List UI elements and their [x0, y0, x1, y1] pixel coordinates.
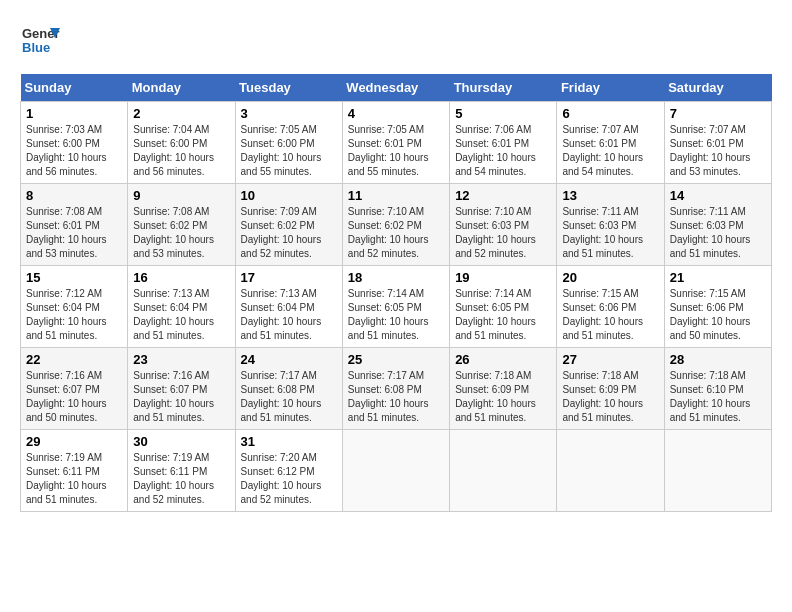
day-number: 1: [26, 106, 122, 121]
day-info: Sunrise: 7:20 AMSunset: 6:12 PMDaylight:…: [241, 452, 322, 505]
day-number: 30: [133, 434, 229, 449]
calendar-cell: 30 Sunrise: 7:19 AMSunset: 6:11 PMDaylig…: [128, 430, 235, 512]
calendar-cell: 26 Sunrise: 7:18 AMSunset: 6:09 PMDaylig…: [450, 348, 557, 430]
day-number: 3: [241, 106, 337, 121]
day-info: Sunrise: 7:03 AMSunset: 6:00 PMDaylight:…: [26, 124, 107, 177]
day-info: Sunrise: 7:04 AMSunset: 6:00 PMDaylight:…: [133, 124, 214, 177]
day-info: Sunrise: 7:11 AMSunset: 6:03 PMDaylight:…: [670, 206, 751, 259]
calendar-cell: 14 Sunrise: 7:11 AMSunset: 6:03 PMDaylig…: [664, 184, 771, 266]
calendar-cell: [342, 430, 449, 512]
day-info: Sunrise: 7:05 AMSunset: 6:00 PMDaylight:…: [241, 124, 322, 177]
calendar-cell: 19 Sunrise: 7:14 AMSunset: 6:05 PMDaylig…: [450, 266, 557, 348]
header: General Blue: [20, 20, 772, 64]
calendar-cell: 18 Sunrise: 7:14 AMSunset: 6:05 PMDaylig…: [342, 266, 449, 348]
day-number: 19: [455, 270, 551, 285]
calendar-cell: 21 Sunrise: 7:15 AMSunset: 6:06 PMDaylig…: [664, 266, 771, 348]
day-info: Sunrise: 7:07 AMSunset: 6:01 PMDaylight:…: [562, 124, 643, 177]
day-info: Sunrise: 7:14 AMSunset: 6:05 PMDaylight:…: [455, 288, 536, 341]
calendar-header-thursday: Thursday: [450, 74, 557, 102]
calendar-cell: [557, 430, 664, 512]
day-info: Sunrise: 7:07 AMSunset: 6:01 PMDaylight:…: [670, 124, 751, 177]
calendar-header-monday: Monday: [128, 74, 235, 102]
calendar-week-row: 1 Sunrise: 7:03 AMSunset: 6:00 PMDayligh…: [21, 102, 772, 184]
calendar-cell: 25 Sunrise: 7:17 AMSunset: 6:08 PMDaylig…: [342, 348, 449, 430]
day-info: Sunrise: 7:19 AMSunset: 6:11 PMDaylight:…: [26, 452, 107, 505]
calendar-cell: 2 Sunrise: 7:04 AMSunset: 6:00 PMDayligh…: [128, 102, 235, 184]
day-number: 4: [348, 106, 444, 121]
day-info: Sunrise: 7:13 AMSunset: 6:04 PMDaylight:…: [241, 288, 322, 341]
day-number: 22: [26, 352, 122, 367]
calendar-table: SundayMondayTuesdayWednesdayThursdayFrid…: [20, 74, 772, 512]
calendar-header-sunday: Sunday: [21, 74, 128, 102]
calendar-week-row: 29 Sunrise: 7:19 AMSunset: 6:11 PMDaylig…: [21, 430, 772, 512]
day-info: Sunrise: 7:18 AMSunset: 6:10 PMDaylight:…: [670, 370, 751, 423]
day-info: Sunrise: 7:15 AMSunset: 6:06 PMDaylight:…: [562, 288, 643, 341]
day-number: 26: [455, 352, 551, 367]
day-number: 10: [241, 188, 337, 203]
day-number: 31: [241, 434, 337, 449]
calendar-cell: 13 Sunrise: 7:11 AMSunset: 6:03 PMDaylig…: [557, 184, 664, 266]
day-number: 14: [670, 188, 766, 203]
calendar-cell: 3 Sunrise: 7:05 AMSunset: 6:00 PMDayligh…: [235, 102, 342, 184]
day-number: 24: [241, 352, 337, 367]
calendar-cell: 5 Sunrise: 7:06 AMSunset: 6:01 PMDayligh…: [450, 102, 557, 184]
day-number: 25: [348, 352, 444, 367]
calendar-header-wednesday: Wednesday: [342, 74, 449, 102]
day-number: 7: [670, 106, 766, 121]
day-info: Sunrise: 7:16 AMSunset: 6:07 PMDaylight:…: [26, 370, 107, 423]
svg-text:Blue: Blue: [22, 40, 50, 55]
calendar-week-row: 22 Sunrise: 7:16 AMSunset: 6:07 PMDaylig…: [21, 348, 772, 430]
day-number: 16: [133, 270, 229, 285]
calendar-header-saturday: Saturday: [664, 74, 771, 102]
day-info: Sunrise: 7:09 AMSunset: 6:02 PMDaylight:…: [241, 206, 322, 259]
calendar-header-friday: Friday: [557, 74, 664, 102]
day-info: Sunrise: 7:16 AMSunset: 6:07 PMDaylight:…: [133, 370, 214, 423]
calendar-week-row: 8 Sunrise: 7:08 AMSunset: 6:01 PMDayligh…: [21, 184, 772, 266]
day-info: Sunrise: 7:14 AMSunset: 6:05 PMDaylight:…: [348, 288, 429, 341]
day-info: Sunrise: 7:18 AMSunset: 6:09 PMDaylight:…: [562, 370, 643, 423]
calendar-cell: 7 Sunrise: 7:07 AMSunset: 6:01 PMDayligh…: [664, 102, 771, 184]
calendar-cell: 10 Sunrise: 7:09 AMSunset: 6:02 PMDaylig…: [235, 184, 342, 266]
day-info: Sunrise: 7:18 AMSunset: 6:09 PMDaylight:…: [455, 370, 536, 423]
day-number: 2: [133, 106, 229, 121]
calendar-cell: 24 Sunrise: 7:17 AMSunset: 6:08 PMDaylig…: [235, 348, 342, 430]
calendar-week-row: 15 Sunrise: 7:12 AMSunset: 6:04 PMDaylig…: [21, 266, 772, 348]
calendar-cell: [450, 430, 557, 512]
calendar-body: 1 Sunrise: 7:03 AMSunset: 6:00 PMDayligh…: [21, 102, 772, 512]
day-number: 29: [26, 434, 122, 449]
day-info: Sunrise: 7:12 AMSunset: 6:04 PMDaylight:…: [26, 288, 107, 341]
calendar-cell: 29 Sunrise: 7:19 AMSunset: 6:11 PMDaylig…: [21, 430, 128, 512]
calendar-cell: 20 Sunrise: 7:15 AMSunset: 6:06 PMDaylig…: [557, 266, 664, 348]
day-number: 23: [133, 352, 229, 367]
calendar-cell: 12 Sunrise: 7:10 AMSunset: 6:03 PMDaylig…: [450, 184, 557, 266]
calendar-cell: 17 Sunrise: 7:13 AMSunset: 6:04 PMDaylig…: [235, 266, 342, 348]
calendar-cell: 4 Sunrise: 7:05 AMSunset: 6:01 PMDayligh…: [342, 102, 449, 184]
day-info: Sunrise: 7:17 AMSunset: 6:08 PMDaylight:…: [348, 370, 429, 423]
logo-icon: General Blue: [20, 20, 60, 64]
day-number: 8: [26, 188, 122, 203]
day-info: Sunrise: 7:19 AMSunset: 6:11 PMDaylight:…: [133, 452, 214, 505]
logo: General Blue: [20, 20, 60, 64]
day-info: Sunrise: 7:17 AMSunset: 6:08 PMDaylight:…: [241, 370, 322, 423]
calendar-cell: 1 Sunrise: 7:03 AMSunset: 6:00 PMDayligh…: [21, 102, 128, 184]
day-info: Sunrise: 7:13 AMSunset: 6:04 PMDaylight:…: [133, 288, 214, 341]
day-info: Sunrise: 7:10 AMSunset: 6:02 PMDaylight:…: [348, 206, 429, 259]
day-number: 17: [241, 270, 337, 285]
day-number: 27: [562, 352, 658, 367]
calendar-cell: 31 Sunrise: 7:20 AMSunset: 6:12 PMDaylig…: [235, 430, 342, 512]
calendar-header-row: SundayMondayTuesdayWednesdayThursdayFrid…: [21, 74, 772, 102]
calendar-cell: 9 Sunrise: 7:08 AMSunset: 6:02 PMDayligh…: [128, 184, 235, 266]
day-number: 13: [562, 188, 658, 203]
calendar-cell: 22 Sunrise: 7:16 AMSunset: 6:07 PMDaylig…: [21, 348, 128, 430]
day-number: 5: [455, 106, 551, 121]
day-info: Sunrise: 7:15 AMSunset: 6:06 PMDaylight:…: [670, 288, 751, 341]
day-number: 12: [455, 188, 551, 203]
calendar-cell: 28 Sunrise: 7:18 AMSunset: 6:10 PMDaylig…: [664, 348, 771, 430]
day-number: 18: [348, 270, 444, 285]
day-number: 20: [562, 270, 658, 285]
day-number: 6: [562, 106, 658, 121]
day-info: Sunrise: 7:10 AMSunset: 6:03 PMDaylight:…: [455, 206, 536, 259]
calendar-cell: [664, 430, 771, 512]
calendar-cell: 27 Sunrise: 7:18 AMSunset: 6:09 PMDaylig…: [557, 348, 664, 430]
day-number: 21: [670, 270, 766, 285]
